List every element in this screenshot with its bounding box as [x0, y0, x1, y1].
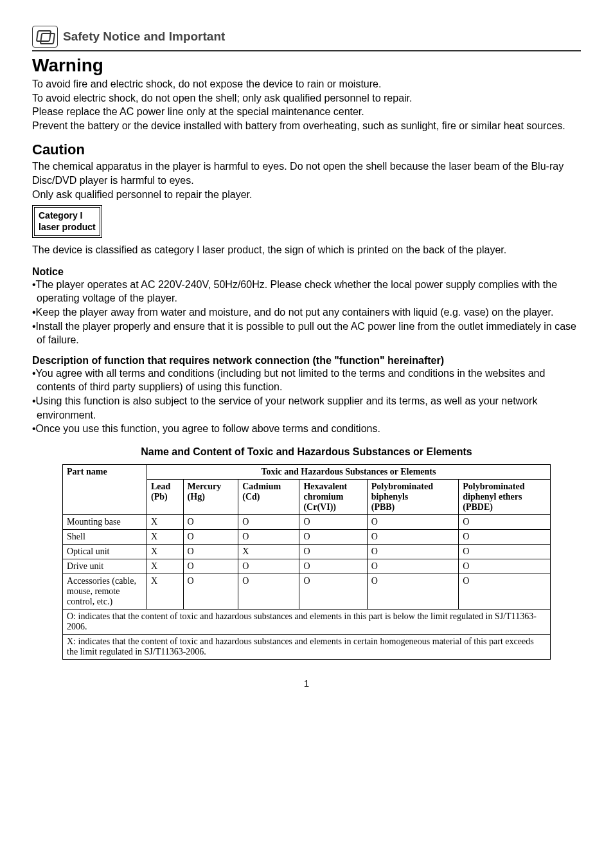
laser-product-box: Category I laser product: [32, 205, 102, 238]
cell: O: [459, 559, 551, 574]
col-hexavalent: Hexavalent chromium (Cr(VI)): [299, 479, 367, 514]
cell: O: [238, 514, 299, 529]
notice-bullet-2: •Keep the player away from water and moi…: [32, 305, 581, 320]
col-toxic-header: Toxic and Hazardous Substances or Elemen…: [147, 464, 551, 479]
notice-bullet-3: •Install the player properly and ensure …: [32, 320, 581, 347]
cell: O: [183, 559, 238, 574]
col-mercury-l2: (Hg): [188, 492, 205, 502]
cell: O: [367, 514, 459, 529]
col-pbb: Polybrominated biphenyls (PBB): [367, 479, 459, 514]
safety-notice-icon: [32, 26, 58, 48]
cell: Drive unit: [63, 559, 147, 574]
network-bullet-3: •Once you use this function, you agree t…: [32, 422, 581, 436]
cell: O: [238, 574, 299, 609]
table-footnote-x: X: indicates that the content of toxic a…: [63, 634, 551, 659]
caution-text-1: The chemical apparatus in the player is …: [32, 159, 581, 187]
table-row: Accessories (cable, mouse, remote contro…: [63, 574, 551, 609]
notice-heading: Notice: [32, 266, 581, 278]
cell: Accessories (cable, mouse, remote contro…: [63, 574, 147, 609]
cell: O: [299, 514, 367, 529]
table-footer-row: O: indicates that the content of toxic a…: [63, 609, 551, 634]
col-pbde-l1: Polybrominated: [463, 482, 524, 491]
divider: [32, 50, 581, 51]
caution-text-2: Only ask qualified personnel to repair t…: [32, 188, 581, 202]
col-cadmium-l2: (Cd): [242, 492, 260, 502]
col-hex-l3: (Cr(VI)): [303, 502, 336, 512]
laser-box-line2: laser product: [39, 222, 96, 232]
laser-box-line1: Category I: [39, 210, 82, 221]
col-mercury-l1: Mercury: [188, 482, 222, 491]
col-hex-l1: Hexavalent: [303, 482, 347, 491]
caution-heading: Caution: [32, 141, 581, 158]
table-row: Mounting base X O O O O O: [63, 514, 551, 529]
caution-text-3: The device is classified as category I l…: [32, 243, 581, 257]
cell: Shell: [63, 529, 147, 544]
col-pbde-l3: (PBDE): [463, 502, 493, 512]
cell: X: [147, 559, 184, 574]
col-pbb-l3: (PBB): [371, 502, 395, 512]
cell: X: [147, 514, 184, 529]
warning-text-3: Please replace the AC power line only at…: [32, 105, 581, 119]
network-bullet-2: •Using this function is also subject to …: [32, 394, 581, 422]
cell: O: [299, 574, 367, 609]
cell: Mounting base: [63, 514, 147, 529]
table-row: Drive unit X O O O O O: [63, 559, 551, 574]
table-row: Shell X O O O O O: [63, 529, 551, 544]
cell: O: [299, 559, 367, 574]
col-mercury: Mercury (Hg): [183, 479, 238, 514]
cell: O: [183, 544, 238, 559]
table-footer-row: X: indicates that the content of toxic a…: [63, 634, 551, 659]
cell: O: [367, 574, 459, 609]
cell: O: [459, 514, 551, 529]
notice-bullet-1: •The player operates at AC 220V-240V, 50…: [32, 278, 581, 305]
col-cadmium-l1: Cadmium: [242, 482, 281, 491]
table-footnote-o: O: indicates that the content of toxic a…: [63, 609, 551, 634]
cell: O: [299, 529, 367, 544]
cell: O: [459, 544, 551, 559]
network-bullet-1: •You agree with all terms and conditions…: [32, 366, 581, 394]
cell: O: [459, 574, 551, 609]
col-hex-l2: chromium: [303, 492, 343, 502]
col-lead-l2: (Pb): [151, 492, 168, 502]
cell: O: [299, 544, 367, 559]
col-lead-l1: Lead: [151, 482, 170, 491]
warning-text-4: Prevent the battery or the device instal…: [32, 119, 581, 133]
toxic-table-title: Name and Content of Toxic and Hazardous …: [32, 446, 581, 458]
table-row: Optical unit X O X O O O: [63, 544, 551, 559]
cell: O: [238, 559, 299, 574]
warning-text-1: To avoid fire and electric shock, do not…: [32, 77, 581, 91]
warning-heading: Warning: [32, 55, 581, 76]
cell: O: [183, 514, 238, 529]
col-pbde: Polybrominated diphenyl ethers (PBDE): [459, 479, 551, 514]
page-number: 1: [32, 678, 581, 689]
cell: O: [459, 529, 551, 544]
cell: O: [367, 529, 459, 544]
col-pbde-l2: diphenyl ethers: [463, 492, 522, 502]
cell: O: [238, 529, 299, 544]
col-pbb-l1: Polybrominated: [371, 482, 433, 491]
cell: O: [367, 544, 459, 559]
cell: X: [147, 544, 184, 559]
section-title: Safety Notice and Important: [63, 30, 225, 44]
cell: Optical unit: [63, 544, 147, 559]
cell: X: [238, 544, 299, 559]
cell: O: [367, 559, 459, 574]
cell: O: [183, 529, 238, 544]
col-lead: Lead (Pb): [147, 479, 184, 514]
warning-text-2: To avoid electric shock, do not open the…: [32, 91, 581, 105]
toxic-substances-table: Part name Toxic and Hazardous Substances…: [62, 464, 551, 660]
col-pbb-l2: biphenyls: [371, 492, 409, 502]
col-cadmium: Cadmium (Cd): [238, 479, 299, 514]
cell: X: [147, 574, 184, 609]
cell: O: [183, 574, 238, 609]
network-function-heading: Description of function that requires ne…: [32, 355, 581, 366]
cell: X: [147, 529, 184, 544]
col-part-name: Part name: [63, 464, 147, 514]
